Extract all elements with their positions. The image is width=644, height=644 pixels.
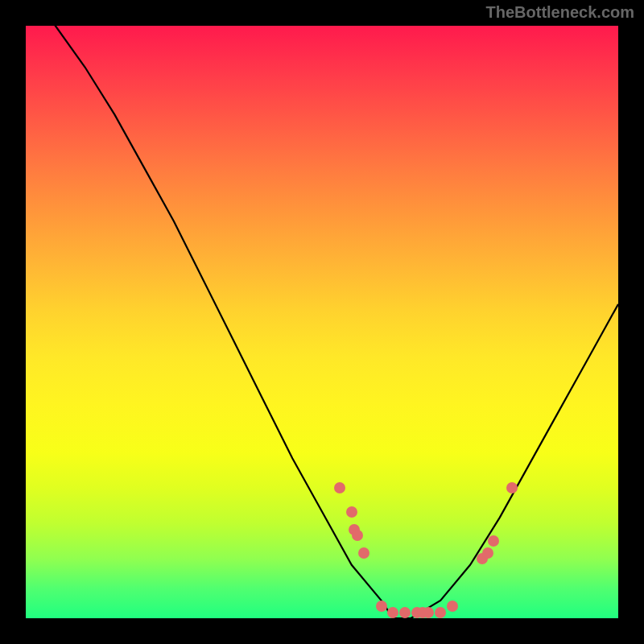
data-point	[447, 601, 458, 612]
data-point	[352, 530, 363, 541]
data-point	[506, 482, 518, 493]
data-point	[376, 601, 387, 612]
chart-plot-area	[26, 26, 618, 618]
data-point	[423, 607, 434, 618]
watermark-text: TheBottleneck.com	[486, 3, 634, 22]
data-point	[482, 547, 493, 559]
data-point	[488, 535, 499, 547]
data-point	[387, 607, 398, 618]
data-point	[399, 607, 411, 618]
data-point	[435, 607, 446, 618]
data-point	[346, 506, 357, 518]
data-point	[334, 482, 345, 493]
data-point	[358, 547, 369, 559]
data-points-layer	[26, 26, 618, 618]
